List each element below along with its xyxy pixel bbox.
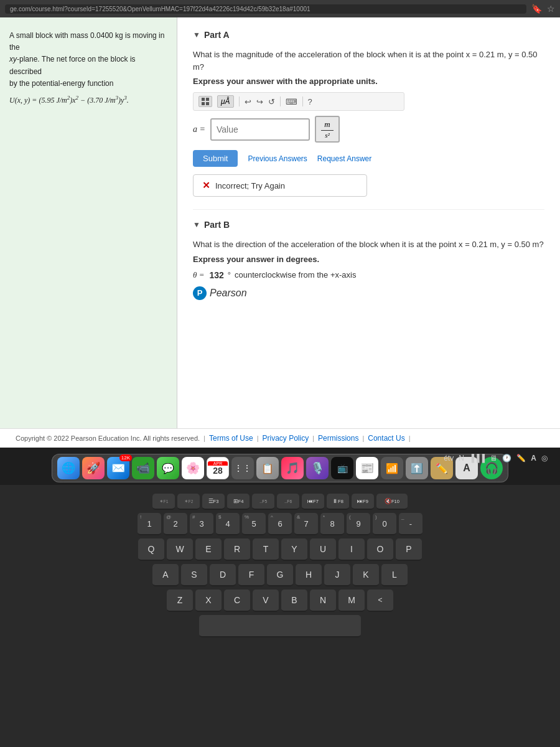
key-9[interactable]: (9 xyxy=(347,513,370,535)
part-a-arrow: ▼ xyxy=(193,31,200,39)
key-space[interactable] xyxy=(199,615,361,637)
key-8[interactable]: *8 xyxy=(320,513,344,535)
key-h[interactable]: H xyxy=(296,564,322,586)
circle-icon: ◎ xyxy=(541,454,548,463)
key-comma[interactable]: < xyxy=(367,590,393,612)
key-y[interactable]: Y xyxy=(281,538,307,561)
key-f4[interactable]: ⊞F4 xyxy=(227,494,250,510)
key-v[interactable]: V xyxy=(253,590,279,612)
key-f5[interactable]: ..F5 xyxy=(252,494,274,510)
url-bar[interactable]: ge.com/course.html?courseId=17255520&Ope… xyxy=(5,4,526,14)
signal-icon: N xyxy=(459,454,464,463)
incorrect-box: ✕ Incorrect; Try Again xyxy=(193,174,367,197)
submit-button[interactable]: Submit xyxy=(193,150,238,167)
toolbar-sep-1 xyxy=(239,96,240,106)
redo-icon[interactable]: ↪ xyxy=(256,97,263,106)
key-r[interactable]: R xyxy=(224,538,250,561)
key-f2[interactable]: ✶F2 xyxy=(177,494,200,510)
bookmark-icon[interactable]: 🔖 xyxy=(531,4,542,14)
key-g[interactable]: G xyxy=(267,564,293,586)
unit-fraction-line xyxy=(321,130,334,131)
dock-files[interactable]: 📋 xyxy=(256,457,279,479)
incorrect-text: Incorrect; Try Again xyxy=(215,181,285,190)
key-f7[interactable]: ⏮F7 xyxy=(302,494,324,510)
dock-grid[interactable]: ⋮⋮ xyxy=(231,457,254,479)
key-4[interactable]: $4 xyxy=(216,513,240,535)
part-b-section: ▼ Part B What is the direction of the ac… xyxy=(193,209,544,300)
key-i[interactable]: I xyxy=(338,538,365,561)
key-s[interactable]: S xyxy=(181,564,207,586)
wifi-bars: ▐▐▐ xyxy=(469,454,485,463)
star-icon[interactable]: ☆ xyxy=(547,4,555,14)
undo-icon[interactable]: ↩ xyxy=(245,97,251,106)
key-u[interactable]: U xyxy=(310,538,336,561)
key-z[interactable]: Z xyxy=(167,590,193,612)
key-f10[interactable]: 🔇F10 xyxy=(376,494,408,510)
mu-btn[interactable]: μÅ xyxy=(217,95,234,108)
dock-podcasts[interactable]: 🎙️ xyxy=(306,457,329,479)
key-f[interactable]: F xyxy=(238,564,264,586)
key-f3[interactable]: ☰F3 xyxy=(202,494,225,510)
keyboard-icon[interactable]: ⌨ xyxy=(286,97,297,106)
part-b-answer-row: θ = 132 ° counterclockwise from the +x-a… xyxy=(193,270,544,280)
dock-mail[interactable]: ✉️ 12K xyxy=(107,457,129,479)
answer-input[interactable] xyxy=(210,118,310,141)
answer-label: a = xyxy=(193,125,205,134)
key-7[interactable]: &7 xyxy=(294,513,318,535)
right-panel: ▼ Part A What is the magnitude of the ac… xyxy=(177,17,560,428)
dock-calendar[interactable]: APR 28 xyxy=(207,457,229,479)
key-5[interactable]: %5 xyxy=(242,513,266,535)
dock-messages[interactable]: 💬 xyxy=(157,457,179,479)
key-3[interactable]: #3 xyxy=(190,513,213,535)
key-c[interactable]: C xyxy=(224,590,250,612)
dock-appletv[interactable]: 📺 xyxy=(331,457,353,479)
key-e[interactable]: E xyxy=(195,538,222,561)
unit-box: m s² xyxy=(315,116,340,143)
key-1[interactable]: !1 xyxy=(138,513,161,535)
key-k[interactable]: K xyxy=(353,564,379,586)
dock-music[interactable]: 🎵 xyxy=(281,457,304,479)
key-f6[interactable]: ..F6 xyxy=(277,494,299,510)
dock-finder[interactable]: 🌐 xyxy=(57,457,80,479)
request-answer-link[interactable]: Request Answer xyxy=(317,154,371,163)
key-a[interactable]: A xyxy=(152,564,179,586)
part-b-header: ▼ Part B xyxy=(193,220,544,230)
refresh-icon[interactable]: ↺ xyxy=(268,97,275,106)
z-key-row: Z X C V B N M < xyxy=(6,590,554,612)
key-w[interactable]: W xyxy=(167,538,193,561)
key-f8[interactable]: ⏸F8 xyxy=(327,494,349,510)
key-b[interactable]: B xyxy=(281,590,307,612)
key-f9[interactable]: ⏭F9 xyxy=(352,494,374,510)
key-d[interactable]: D xyxy=(210,564,236,586)
key-2[interactable]: @2 xyxy=(164,513,187,535)
grid-btn[interactable] xyxy=(198,96,212,107)
previous-answers-link[interactable]: Previous Answers xyxy=(248,154,307,163)
unit-numerator: m xyxy=(324,120,330,129)
key-q[interactable]: Q xyxy=(138,538,164,561)
key-0[interactable]: )0 xyxy=(373,513,396,535)
dock-news[interactable]: 📰 xyxy=(356,457,378,479)
key-p[interactable]: P xyxy=(396,538,422,561)
key-o[interactable]: O xyxy=(367,538,393,561)
dock-launchpad[interactable]: 🚀 xyxy=(82,457,105,479)
key-n[interactable]: N xyxy=(310,590,336,612)
permissions-link[interactable]: Permissions xyxy=(318,434,358,443)
key-fn[interactable]: ✶F1 xyxy=(152,494,175,510)
dock-photos[interactable]: 🌸 xyxy=(182,457,204,479)
key-l[interactable]: L xyxy=(381,564,408,586)
problem-text: A small block with mass 0.0400 kg is mov… xyxy=(9,30,167,106)
help-icon[interactable]: ? xyxy=(308,97,312,106)
dock-signal-bars[interactable]: 📶 xyxy=(381,457,403,479)
key-6[interactable]: ^6 xyxy=(268,513,292,535)
key-dash[interactable]: _- xyxy=(399,513,422,535)
key-j[interactable]: J xyxy=(324,564,350,586)
key-t[interactable]: T xyxy=(253,538,279,561)
key-x[interactable]: X xyxy=(195,590,222,612)
key-m[interactable]: M xyxy=(338,590,365,612)
terms-link[interactable]: Terms of Use xyxy=(209,434,253,443)
dock-facetime[interactable]: 📹 xyxy=(132,457,154,479)
privacy-link[interactable]: Privacy Policy xyxy=(263,434,309,443)
contact-link[interactable]: Contact Us xyxy=(368,434,404,443)
dock-share[interactable]: ⬆️ xyxy=(406,457,428,479)
part-b-instruction: Express your answer in degrees. xyxy=(193,255,544,264)
